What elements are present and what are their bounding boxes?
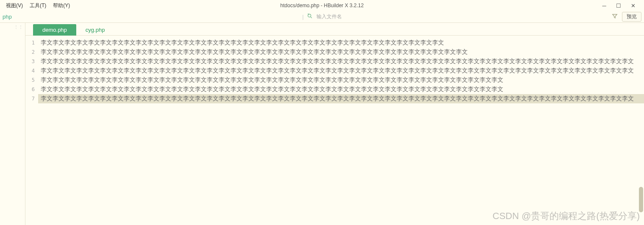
scrollbar-vertical[interactable]: [639, 187, 643, 212]
menu-help[interactable]: 帮助(Y): [50, 1, 73, 11]
code-line[interactable]: 李文李文李文李文李文李文李文李文李文李文李文李文李文李文李文李文李文李文李文李文…: [38, 94, 644, 103]
breadcrumb[interactable]: php: [3, 14, 12, 20]
drag-handle-icon[interactable]: ⋮⋮: [14, 25, 23, 29]
editor-tabs: demo.phpcyg.php: [25, 23, 644, 36]
preview-button[interactable]: 预览: [622, 12, 641, 22]
window-title: htdocs/demo.php - HBuilder X 3.2.12: [0, 3, 644, 8]
line-number: 5: [25, 75, 38, 85]
line-number: 3: [25, 57, 38, 66]
search-icon: [307, 13, 313, 20]
close-icon[interactable]: ✕: [630, 3, 636, 9]
line-number: 4: [25, 66, 38, 75]
maximize-icon[interactable]: ☐: [615, 3, 622, 9]
svg-line-1: [311, 17, 312, 18]
line-number: 2: [25, 47, 38, 57]
code-line[interactable]: 李文李文李文李文李文李文李文李文李文李文李文李文李文李文李文李文李文李文李文李文…: [38, 47, 644, 57]
code-line[interactable]: 李文李文李文李文李文李文李文李文李文李文李文李文李文李文李文李文李文李文李文李文…: [38, 75, 644, 85]
minimize-icon[interactable]: ─: [601, 3, 608, 9]
code-lines[interactable]: 李文李文李文李文李文李文李文李文李文李文李文李文李文李文李文李文李文李文李文李文…: [38, 36, 644, 225]
editor-zone: demo.phpcyg.php 1234567 李文李文李文李文李文李文李文李文…: [25, 23, 644, 225]
menu-view[interactable]: 视图(V): [3, 1, 26, 11]
menu-tools[interactable]: 工具(T): [26, 1, 50, 11]
code-line[interactable]: 李文李文李文李文李文李文李文李文李文李文李文李文李文李文李文李文李文李文李文李文…: [38, 38, 644, 47]
tab-cyg-php[interactable]: cyg.php: [76, 24, 114, 36]
line-number: 1: [25, 38, 38, 47]
toolbar: php | 输入文件名 预览: [0, 11, 644, 23]
divider: |: [302, 14, 303, 20]
workspace: ⋮⋮ demo.phpcyg.php 1234567 李文李文李文李文李文李文李…: [0, 23, 644, 225]
search-placeholder: 输入文件名: [316, 13, 342, 20]
code-line[interactable]: 李文李文李文李文李文李文李文李文李文李文李文李文李文李文李文李文李文李文李文李文…: [38, 57, 644, 66]
file-search[interactable]: | 输入文件名: [302, 13, 341, 20]
code-line[interactable]: 李文李文李文李文李文李文李文李文李文李文李文李文李文李文李文李文李文李文李文李文…: [38, 66, 644, 75]
code-line[interactable]: 李文李文李文李文李文李文李文李文李文李文李文李文李文李文李文李文李文李文李文李文…: [38, 85, 644, 94]
line-number: 7: [25, 94, 38, 103]
filter-icon[interactable]: [612, 13, 618, 20]
svg-point-0: [308, 14, 311, 17]
line-number: 6: [25, 85, 38, 94]
line-gutter: 1234567: [25, 36, 38, 225]
tab-demo-php[interactable]: demo.php: [33, 24, 76, 36]
menu-bar: 视图(V) 工具(T) 帮助(Y) htdocs/demo.php - HBui…: [0, 0, 644, 11]
code-area[interactable]: 1234567 李文李文李文李文李文李文李文李文李文李文李文李文李文李文李文李文…: [25, 36, 644, 225]
window-controls: ─ ☐ ✕: [601, 3, 641, 9]
sidebar-gutter: ⋮⋮: [0, 23, 25, 225]
